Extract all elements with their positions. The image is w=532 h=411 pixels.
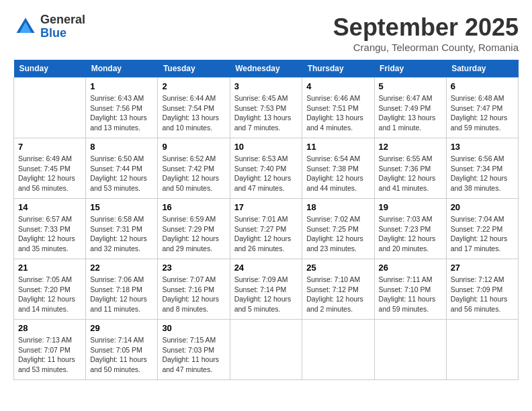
day-info: Sunrise: 7:07 AM Sunset: 7:16 PM Dayligh… bbox=[162, 275, 225, 314]
day-number: 6 bbox=[451, 81, 514, 91]
day-info: Sunrise: 6:57 AM Sunset: 7:33 PM Dayligh… bbox=[18, 214, 81, 254]
calendar-week-row: 14Sunrise: 6:57 AM Sunset: 7:33 PM Dayli… bbox=[14, 199, 519, 259]
calendar-cell: 23Sunrise: 7:07 AM Sunset: 7:16 PM Dayli… bbox=[158, 259, 230, 320]
weekday-header: Saturday bbox=[446, 60, 518, 78]
day-number: 28 bbox=[18, 323, 81, 333]
calendar-cell: 3Sunrise: 6:45 AM Sunset: 7:53 PM Daylig… bbox=[230, 78, 302, 138]
calendar-cell: 20Sunrise: 7:04 AM Sunset: 7:22 PM Dayli… bbox=[446, 199, 518, 259]
weekday-header: Wednesday bbox=[230, 60, 302, 78]
calendar-cell bbox=[374, 320, 446, 380]
logo-line1: General bbox=[40, 13, 85, 26]
weekday-header: Sunday bbox=[14, 60, 86, 78]
day-number: 27 bbox=[451, 263, 514, 273]
day-info: Sunrise: 7:03 AM Sunset: 7:23 PM Dayligh… bbox=[379, 214, 442, 254]
calendar-cell: 27Sunrise: 7:12 AM Sunset: 7:09 PM Dayli… bbox=[446, 259, 518, 320]
day-number: 10 bbox=[234, 142, 298, 152]
calendar-cell: 29Sunrise: 7:14 AM Sunset: 7:05 PM Dayli… bbox=[86, 320, 158, 380]
day-info: Sunrise: 6:54 AM Sunset: 7:38 PM Dayligh… bbox=[306, 154, 369, 193]
day-info: Sunrise: 6:44 AM Sunset: 7:54 PM Dayligh… bbox=[162, 93, 225, 133]
calendar-cell: 8Sunrise: 6:50 AM Sunset: 7:44 PM Daylig… bbox=[86, 138, 158, 199]
calendar-cell: 14Sunrise: 6:57 AM Sunset: 7:33 PM Dayli… bbox=[14, 199, 86, 259]
day-info: Sunrise: 6:49 AM Sunset: 7:45 PM Dayligh… bbox=[18, 154, 81, 193]
location-subtitle: Crangu, Teleorman County, Romania bbox=[333, 42, 519, 53]
calendar-cell: 17Sunrise: 7:01 AM Sunset: 7:27 PM Dayli… bbox=[230, 199, 302, 259]
day-info: Sunrise: 6:48 AM Sunset: 7:47 PM Dayligh… bbox=[451, 93, 514, 133]
calendar-cell: 13Sunrise: 6:56 AM Sunset: 7:34 PM Dayli… bbox=[446, 138, 518, 199]
calendar-cell: 7Sunrise: 6:49 AM Sunset: 7:45 PM Daylig… bbox=[14, 138, 86, 199]
calendar-table: SundayMondayTuesdayWednesdayThursdayFrid… bbox=[13, 60, 519, 380]
day-info: Sunrise: 6:45 AM Sunset: 7:53 PM Dayligh… bbox=[234, 93, 298, 133]
calendar-cell: 6Sunrise: 6:48 AM Sunset: 7:47 PM Daylig… bbox=[446, 78, 518, 138]
day-number: 29 bbox=[90, 323, 153, 333]
day-info: Sunrise: 6:58 AM Sunset: 7:31 PM Dayligh… bbox=[90, 214, 153, 254]
day-number: 18 bbox=[306, 202, 369, 212]
day-info: Sunrise: 7:05 AM Sunset: 7:20 PM Dayligh… bbox=[18, 275, 81, 314]
calendar-cell: 10Sunrise: 6:53 AM Sunset: 7:40 PM Dayli… bbox=[230, 138, 302, 199]
day-info: Sunrise: 6:59 AM Sunset: 7:29 PM Dayligh… bbox=[162, 214, 225, 254]
calendar-cell bbox=[230, 320, 302, 380]
day-info: Sunrise: 6:55 AM Sunset: 7:36 PM Dayligh… bbox=[379, 154, 442, 193]
day-info: Sunrise: 7:09 AM Sunset: 7:14 PM Dayligh… bbox=[234, 275, 298, 314]
logo-line2: Blue bbox=[40, 26, 66, 40]
weekday-header: Tuesday bbox=[158, 60, 230, 78]
calendar-cell: 12Sunrise: 6:55 AM Sunset: 7:36 PM Dayli… bbox=[374, 138, 446, 199]
calendar-cell bbox=[14, 78, 86, 138]
calendar-week-row: 7Sunrise: 6:49 AM Sunset: 7:45 PM Daylig… bbox=[14, 138, 519, 199]
day-number: 12 bbox=[379, 142, 442, 152]
day-info: Sunrise: 6:52 AM Sunset: 7:42 PM Dayligh… bbox=[162, 154, 225, 193]
day-info: Sunrise: 6:46 AM Sunset: 7:51 PM Dayligh… bbox=[306, 93, 369, 133]
day-info: Sunrise: 6:43 AM Sunset: 7:56 PM Dayligh… bbox=[90, 93, 153, 133]
day-number: 16 bbox=[162, 202, 225, 212]
calendar-week-row: 21Sunrise: 7:05 AM Sunset: 7:20 PM Dayli… bbox=[14, 259, 519, 320]
day-number: 3 bbox=[234, 81, 298, 91]
day-info: Sunrise: 7:12 AM Sunset: 7:09 PM Dayligh… bbox=[451, 275, 514, 314]
day-info: Sunrise: 7:06 AM Sunset: 7:18 PM Dayligh… bbox=[90, 275, 153, 314]
day-info: Sunrise: 7:15 AM Sunset: 7:03 PM Dayligh… bbox=[162, 335, 225, 375]
day-number: 19 bbox=[379, 202, 442, 212]
day-number: 20 bbox=[451, 202, 514, 212]
calendar-cell: 5Sunrise: 6:47 AM Sunset: 7:49 PM Daylig… bbox=[374, 78, 446, 138]
day-number: 14 bbox=[18, 202, 81, 212]
calendar-cell: 24Sunrise: 7:09 AM Sunset: 7:14 PM Dayli… bbox=[230, 259, 302, 320]
calendar-week-row: 28Sunrise: 7:13 AM Sunset: 7:07 PM Dayli… bbox=[14, 320, 519, 380]
calendar-cell bbox=[446, 320, 518, 380]
logo: General Blue bbox=[13, 13, 85, 40]
day-number: 13 bbox=[451, 142, 514, 152]
day-number: 21 bbox=[18, 263, 81, 273]
calendar-cell: 18Sunrise: 7:02 AM Sunset: 7:25 PM Dayli… bbox=[302, 199, 374, 259]
weekday-header-row: SundayMondayTuesdayWednesdayThursdayFrid… bbox=[14, 60, 519, 78]
day-info: Sunrise: 7:13 AM Sunset: 7:07 PM Dayligh… bbox=[18, 335, 81, 375]
calendar-cell: 26Sunrise: 7:11 AM Sunset: 7:10 PM Dayli… bbox=[374, 259, 446, 320]
calendar-cell: 2Sunrise: 6:44 AM Sunset: 7:54 PM Daylig… bbox=[158, 78, 230, 138]
calendar-cell: 21Sunrise: 7:05 AM Sunset: 7:20 PM Dayli… bbox=[14, 259, 86, 320]
day-info: Sunrise: 6:47 AM Sunset: 7:49 PM Dayligh… bbox=[379, 93, 442, 133]
day-number: 8 bbox=[90, 142, 153, 152]
calendar-cell: 15Sunrise: 6:58 AM Sunset: 7:31 PM Dayli… bbox=[86, 199, 158, 259]
weekday-header: Friday bbox=[374, 60, 446, 78]
title-block: September 2025 Crangu, Teleorman County,… bbox=[333, 13, 519, 53]
day-info: Sunrise: 7:14 AM Sunset: 7:05 PM Dayligh… bbox=[90, 335, 153, 375]
day-number: 25 bbox=[306, 263, 369, 273]
day-number: 1 bbox=[90, 81, 153, 91]
calendar-cell: 11Sunrise: 6:54 AM Sunset: 7:38 PM Dayli… bbox=[302, 138, 374, 199]
day-number: 7 bbox=[18, 142, 81, 152]
calendar-cell: 22Sunrise: 7:06 AM Sunset: 7:18 PM Dayli… bbox=[86, 259, 158, 320]
calendar-cell: 1Sunrise: 6:43 AM Sunset: 7:56 PM Daylig… bbox=[86, 78, 158, 138]
day-info: Sunrise: 6:50 AM Sunset: 7:44 PM Dayligh… bbox=[90, 154, 153, 193]
day-number: 9 bbox=[162, 142, 225, 152]
calendar-cell: 16Sunrise: 6:59 AM Sunset: 7:29 PM Dayli… bbox=[158, 199, 230, 259]
month-title: September 2025 bbox=[333, 13, 519, 42]
day-info: Sunrise: 7:04 AM Sunset: 7:22 PM Dayligh… bbox=[451, 214, 514, 254]
calendar-cell: 4Sunrise: 6:46 AM Sunset: 7:51 PM Daylig… bbox=[302, 78, 374, 138]
day-number: 2 bbox=[162, 81, 225, 91]
calendar-cell: 25Sunrise: 7:10 AM Sunset: 7:12 PM Dayli… bbox=[302, 259, 374, 320]
day-number: 26 bbox=[379, 263, 442, 273]
day-info: Sunrise: 7:01 AM Sunset: 7:27 PM Dayligh… bbox=[234, 214, 298, 254]
page-header: General Blue September 2025 Crangu, Tele… bbox=[13, 13, 519, 53]
day-number: 24 bbox=[234, 263, 298, 273]
calendar-cell: 28Sunrise: 7:13 AM Sunset: 7:07 PM Dayli… bbox=[14, 320, 86, 380]
day-number: 4 bbox=[306, 81, 369, 91]
day-info: Sunrise: 7:02 AM Sunset: 7:25 PM Dayligh… bbox=[306, 214, 369, 254]
day-info: Sunrise: 6:53 AM Sunset: 7:40 PM Dayligh… bbox=[234, 154, 298, 193]
day-info: Sunrise: 7:11 AM Sunset: 7:10 PM Dayligh… bbox=[379, 275, 442, 314]
